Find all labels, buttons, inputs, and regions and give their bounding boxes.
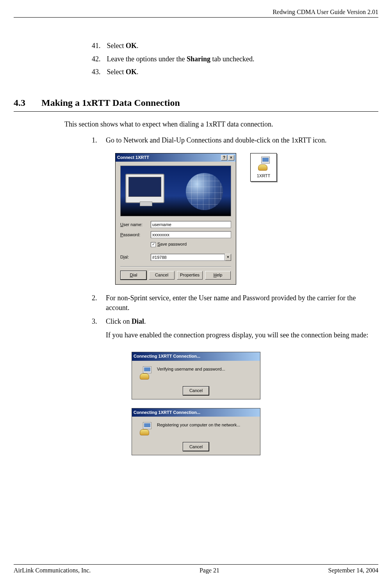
connection-icon [256, 157, 271, 171]
dialog-title: Connect 1XRTT [117, 155, 149, 160]
icon-label: 1XRTT [252, 173, 275, 179]
item-bold: OK [126, 42, 137, 50]
section-title: Making a 1xRTT Data Connection [41, 98, 180, 108]
item-suffix: . [144, 317, 146, 325]
progress-message: Registering your computer on the network… [157, 422, 240, 435]
connection-icon [137, 366, 151, 380]
step-continuation: If you have enabled the connection progr… [106, 330, 378, 340]
password-row: Password: [120, 231, 231, 238]
cancel-button[interactable]: Cancel [149, 271, 175, 280]
section-intro: This section shows what to expect when d… [64, 119, 378, 129]
dialog-banner-graphic [120, 166, 231, 216]
dialog-body: User name: Password: ✓ Save password Dia… [116, 162, 236, 284]
phone-icon [140, 429, 149, 435]
username-row: User name: [120, 221, 231, 228]
list-item: 2. For non-Sprint service, enter the Use… [92, 293, 378, 313]
progress-dialog-registering: Connecting 1XRTT Connection... Registeri… [132, 408, 260, 455]
dial-row: Dial: ▼ [120, 254, 231, 261]
list-item: 1. Go to Network and Dial-Up Connections… [92, 135, 378, 145]
previous-steps-list: 41. Select OK. 42. Leave the options und… [92, 41, 378, 77]
dialog-titlebar: Connecting 1XRTT Connection... [132, 408, 260, 417]
dialog-titlebar: Connect 1XRTT ? × [116, 153, 236, 162]
button-row: Cancel [137, 387, 255, 395]
close-icon[interactable]: × [228, 155, 234, 160]
header-title: Redwing CDMA User Guide Version 2.01 [273, 9, 378, 15]
dialog-button-row: Dial Cancel Properties Help [120, 271, 231, 280]
separator [120, 266, 231, 267]
progress-dialog-verifying: Connecting 1XRTT Connection... Verifying… [132, 352, 260, 399]
chevron-down-icon[interactable]: ▼ [225, 254, 231, 261]
username-label: User name: [120, 222, 151, 228]
monitor-icon [261, 157, 270, 164]
item-text-suffix: . [137, 68, 139, 76]
connect-dialog: Connect 1XRTT ? × User name: Password: [115, 153, 236, 285]
item-bold: OK [126, 68, 137, 76]
item-text-suffix: tab unchecked. [210, 55, 254, 63]
steps-list-continued: 2. For non-Sprint service, enter the Use… [92, 293, 378, 327]
help-button[interactable]: Help [205, 271, 231, 280]
item-number: 43. [92, 67, 105, 77]
item-text-prefix: Leave the options under the [107, 55, 187, 63]
connection-icon [137, 422, 151, 435]
item-text-prefix: Select [107, 42, 126, 50]
progress-message: Verifying username and password... [157, 366, 225, 380]
dial-button[interactable]: Dial [121, 271, 146, 280]
progress-dialogs: Connecting 1XRTT Connection... Verifying… [14, 352, 378, 455]
section-heading: 4.3 Making a 1xRTT Data Connection [14, 96, 378, 112]
monitor-icon [143, 422, 151, 429]
cancel-button[interactable]: Cancel [183, 387, 209, 395]
dial-input[interactable] [151, 254, 225, 261]
progress-content: Registering your computer on the network… [137, 422, 255, 435]
monitor-icon [125, 174, 164, 203]
page-footer: AirLink Communications, Inc. Page 21 Sep… [14, 564, 378, 574]
globe-icon [186, 173, 223, 210]
item-number: 42. [92, 54, 105, 64]
dialog-body: Verifying username and password... Cance… [132, 361, 260, 399]
dialog-titlebar: Connecting 1XRTT Connection... [132, 352, 260, 360]
item-number: 41. [92, 41, 105, 51]
password-input[interactable] [151, 231, 231, 238]
titlebar-buttons: ? × [221, 155, 234, 160]
section-number: 4.3 [14, 96, 39, 110]
cancel-button[interactable]: Cancel [183, 442, 209, 451]
figure-row: Connect 1XRTT ? × User name: Password: [14, 153, 378, 285]
item-text-prefix: Select [107, 68, 126, 76]
page-header: Redwing CDMA User Guide Version 2.01 [14, 8, 378, 18]
item-text: Click on Dial. [106, 317, 378, 326]
dialog-title: Connecting 1XRTT Connection... [134, 410, 200, 415]
progress-content: Verifying username and password... [137, 366, 255, 380]
item-text: Go to Network and Dial-Up Connections an… [106, 135, 378, 145]
help-icon[interactable]: ? [221, 155, 227, 160]
save-password-row: ✓ Save password [151, 241, 231, 247]
list-item: 42. Leave the options under the Sharing … [92, 54, 378, 64]
phone-icon [258, 164, 267, 171]
dialog-title: Connecting 1XRTT Connection... [134, 353, 200, 359]
item-bold: Dial [132, 317, 144, 325]
list-item: 43. Select OK. [92, 67, 378, 77]
save-password-label: Save password [157, 241, 187, 247]
phone-icon [140, 373, 149, 380]
item-text: For non-Sprint service, enter the User n… [106, 293, 378, 313]
footer-right: September 14, 2004 [328, 566, 378, 574]
steps-list: 1. Go to Network and Dial-Up Connections… [92, 135, 378, 145]
page-content: 41. Select OK. 42. Leave the options und… [14, 41, 378, 549]
monitor-icon [143, 366, 151, 373]
item-number: 3. [92, 317, 106, 326]
properties-button[interactable]: Properties [177, 271, 203, 280]
button-row: Cancel [137, 442, 255, 451]
footer-left: AirLink Communications, Inc. [14, 566, 91, 574]
item-bold: Sharing [187, 55, 210, 63]
footer-center: Page 21 [200, 566, 219, 574]
dial-label: Dial: [120, 254, 151, 260]
dialog-body: Registering your computer on the network… [132, 417, 260, 455]
list-item: 41. Select OK. [92, 41, 378, 51]
list-item: 3. Click on Dial. [92, 317, 378, 326]
connection-icon-box[interactable]: 1XRTT [250, 153, 277, 182]
item-text-suffix: . [137, 42, 139, 50]
save-password-checkbox[interactable]: ✓ [151, 242, 156, 247]
item-prefix: Click on [106, 317, 132, 325]
password-label: Password: [120, 232, 151, 238]
item-number: 2. [92, 293, 106, 313]
username-input[interactable] [151, 221, 231, 228]
item-number: 1. [92, 135, 106, 145]
